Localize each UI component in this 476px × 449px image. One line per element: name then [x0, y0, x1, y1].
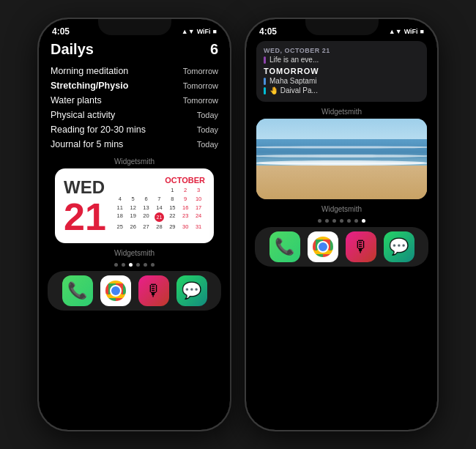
dot-active: [362, 219, 365, 223]
cal-month: OCTOBER: [114, 176, 205, 185]
widgetsmith-label-3: Widgetsmith: [256, 108, 427, 116]
dock-podcast-icon-2[interactable]: 🎙: [346, 231, 376, 262]
dailys-title: Dailys: [51, 41, 94, 58]
chrome-circle: [105, 281, 126, 301]
event-text: Maha Saptami: [269, 77, 316, 85]
dock-chrome-icon-2[interactable]: [308, 231, 338, 262]
dailys-header: Dailys 6: [51, 41, 218, 58]
task-item: Reading for 20-30 mins Today: [51, 122, 218, 137]
dock-whatsapp-icon[interactable]: 💬: [176, 275, 207, 306]
cal-cell: 22: [166, 212, 179, 223]
dot: [332, 219, 336, 223]
dot: [114, 263, 118, 267]
task-when: Tomorrow: [183, 81, 218, 90]
dock-phone-icon[interactable]: 📞: [62, 275, 93, 306]
task-item: Morning meditation Tomorrow: [51, 64, 218, 78]
cal-day-number: 21: [64, 198, 106, 236]
task-name: Journal for 5 mins: [51, 139, 123, 149]
task-item: Physical activity Today: [51, 108, 218, 122]
cal-cell: 7: [152, 195, 166, 204]
task-when: Tomorrow: [183, 96, 218, 105]
cal-cell: 11: [114, 204, 127, 212]
dot: [354, 219, 358, 223]
task-when: Tomorrow: [183, 67, 218, 75]
calendar-widget: WED 21 OCTOBER 1: [55, 168, 214, 243]
cal-cell: 23: [179, 212, 192, 223]
notch-2: [305, 19, 379, 35]
cal-date-label: WED, OCTOBER 21: [264, 47, 420, 54]
task-item: Stretching/Physio Tomorrow: [51, 78, 218, 93]
dot: [136, 263, 140, 267]
foam: [256, 160, 427, 166]
event-row: 🤚 Daival Pa...: [264, 86, 420, 94]
cal-cell: 28: [152, 223, 166, 231]
task-when: Today: [197, 140, 218, 149]
dot: [144, 263, 147, 267]
wave: [256, 146, 427, 148]
dot: [325, 219, 329, 223]
phone-2: 4:05 ▲▼ WiFi ■ WED, OCTOBER 21 Life is a…: [245, 18, 439, 431]
cal-cell: 26: [127, 223, 140, 231]
phone-2-screen: 4:05 ▲▼ WiFi ■ WED, OCTOBER 21 Life is a…: [246, 19, 437, 430]
chrome-circle-2: [313, 237, 333, 257]
wifi-icon-2: WiFi: [404, 28, 418, 35]
dock-2: 📞 🎙 💬: [255, 227, 428, 267]
cal-cell: [140, 186, 153, 195]
cal-cell: 30: [179, 223, 192, 231]
cal-cell: 12: [127, 204, 140, 212]
dot: [318, 219, 321, 223]
cal-cell: 16: [179, 204, 192, 212]
cal-cell: 20: [140, 212, 153, 223]
cal-cell: 9: [179, 195, 192, 204]
dailys-count: 6: [210, 41, 218, 58]
cal-cell: 10: [192, 195, 205, 204]
widgetsmith-label-4: Widgetsmith: [256, 205, 427, 213]
status-icons-1: ▲▼ WiFi ■: [182, 28, 217, 35]
status-time-2: 4:05: [259, 26, 277, 37]
task-name: Morning meditation: [51, 66, 128, 76]
cal-cell: [127, 186, 140, 195]
cal-cell: 25: [114, 223, 127, 231]
cal-cell: 13: [140, 204, 153, 212]
cal-cell: 6: [140, 195, 153, 204]
task-name: Physical activity: [51, 110, 115, 120]
sand: [256, 166, 427, 199]
wifi-icon-1: WiFi: [197, 28, 211, 35]
cal-cell: 14: [152, 204, 166, 212]
status-icons-2: ▲▼ WiFi ■: [389, 28, 424, 35]
dock-whatsapp-icon-2[interactable]: 💬: [384, 231, 414, 262]
phone-1: 4:05 ▲▼ WiFi ■ Dailys 6 Morning meditati…: [37, 18, 231, 431]
page-dots-2: [246, 219, 437, 223]
dock-chrome-icon[interactable]: [100, 275, 131, 306]
sky: [256, 119, 427, 141]
tomorrow-section: TOMORROW Maha Saptami 🤚 Daival Pa...: [264, 67, 420, 94]
dailys-widget: Dailys 6 Morning meditation Tomorrow Str…: [39, 38, 230, 257]
today-event-text: Life is an eve...: [269, 56, 319, 64]
event-bar-cyan: [264, 87, 266, 94]
signal-icon-1: ▲▼: [182, 28, 195, 35]
beach-image: [256, 119, 427, 199]
dock-1: 📞 🎙 💬: [48, 271, 221, 311]
cal-cell: 2: [179, 186, 192, 195]
wave: [256, 155, 427, 157]
dock-phone-icon-2[interactable]: 📞: [269, 231, 300, 262]
beach-widget: [256, 119, 427, 199]
event-bar-purple: [264, 56, 266, 64]
widgetsmith-label-1: Widgetsmith: [51, 157, 218, 166]
cal-cell: 18: [114, 212, 127, 223]
cal-cell: 4: [114, 195, 127, 204]
cal-weekday: WED: [64, 177, 106, 198]
cal-cell: 5: [127, 195, 140, 204]
cal-cell: 3: [192, 186, 205, 195]
cal-cell: 8: [166, 195, 179, 204]
cal-cell: [114, 186, 127, 195]
page-dots-1: [39, 263, 230, 267]
event-row: Maha Saptami: [264, 77, 420, 85]
cal-cell: [152, 186, 166, 195]
cal-cell: 27: [140, 223, 153, 231]
tomorrow-heading: TOMORROW: [264, 67, 420, 75]
cal-cell: 1: [166, 186, 179, 195]
cal-cell: 15: [166, 204, 179, 212]
dock-podcast-icon[interactable]: 🎙: [138, 275, 169, 306]
task-when: Today: [197, 125, 218, 134]
